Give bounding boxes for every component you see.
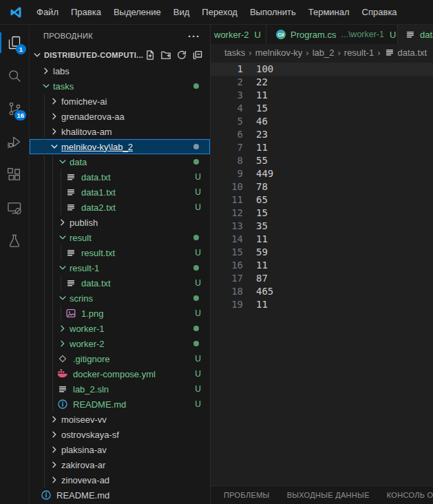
tree-item-readme.md[interactable]: README.md	[30, 487, 210, 503]
tree-item-label: publish	[70, 218, 98, 228]
git-modified-dot	[193, 144, 199, 149]
line-content: 23	[256, 128, 268, 141]
tree-item-data.txt[interactable]: data.txtU	[30, 169, 210, 185]
line-content: 59	[256, 246, 268, 259]
tree-item-worker-2[interactable]: worker-2	[30, 336, 210, 351]
breadcrumb-separator-icon: ›	[247, 48, 253, 58]
tree-item-tasks[interactable]: tasks	[30, 78, 210, 94]
code-line: 855	[211, 154, 433, 167]
menu-item[interactable]: Правка	[65, 1, 107, 24]
menu-item[interactable]: Переход	[196, 1, 244, 24]
code-line: 1911	[211, 298, 433, 311]
breadcrumb: tasks›melnikov-ky›lab_2›result-1›data.tx…	[211, 44, 433, 61]
tree-item-moiseev-vv[interactable]: moiseev-vv	[30, 412, 210, 427]
activity-item-run-and-debug[interactable]	[0, 125, 29, 158]
chevron-down-icon	[49, 141, 60, 152]
breadcrumb-item-result-1[interactable]: result-1	[342, 48, 376, 58]
tree-item-zakirova-ar[interactable]: zakirova-ar	[30, 457, 210, 472]
panel-tab-выходные-данные[interactable]: ВЫХОДНЫЕ ДАННЫЕ	[287, 491, 370, 499]
code-line: 1611	[211, 259, 433, 272]
code-line: 311	[211, 89, 433, 102]
tree-item-grenaderova-aa[interactable]: grenaderova-aa	[30, 109, 210, 124]
code-line: 623	[211, 128, 433, 141]
tree-item-scrins[interactable]: scrins	[30, 291, 210, 306]
breadcrumb-item-melnikov-ky[interactable]: melnikov-ky	[253, 48, 305, 58]
git-untracked-badge: U	[195, 172, 201, 182]
activity-item-testing[interactable]	[0, 224, 29, 258]
code-line: 711	[211, 141, 433, 154]
line-number: 18	[211, 285, 243, 298]
tree-item-result-1[interactable]: result-1	[30, 260, 210, 275]
tree-item-.gitignore[interactable]: .gitignoreU	[30, 351, 210, 366]
panel-tab-проблемы[interactable]: ПРОБЛЕМЫ	[224, 491, 270, 499]
chevron-right-icon	[57, 338, 68, 349]
line-content: 46	[256, 115, 268, 128]
tree-item-labs[interactable]: labs	[30, 63, 210, 78]
tree-item-docker-compose.yml[interactable]: docker-compose.ymlU	[30, 366, 210, 381]
editor-tab-data.txt[interactable]: data.txt	[398, 25, 433, 44]
menu-item[interactable]: Терминал	[302, 1, 356, 24]
docker-icon	[57, 368, 68, 379]
tree-item-readme.md[interactable]: README.mdU	[30, 397, 210, 412]
explorer-section-header[interactable]: DISTRIBUTED-COMPUTI...	[30, 47, 210, 63]
editor-tab-program.cs[interactable]: C#Program.cs...\worker-1U	[266, 25, 398, 44]
tree-item-data1.txt[interactable]: data1.txtU	[30, 185, 210, 200]
tree-item-result.txt[interactable]: result.txtU	[30, 245, 210, 260]
line-content: 11	[256, 141, 268, 154]
chevron-right-icon	[57, 217, 68, 228]
chevron-right-icon	[49, 474, 60, 485]
tree-item-label: moiseev-vv	[61, 414, 107, 425]
chevron-right-icon	[49, 414, 60, 425]
chevron-right-icon	[49, 96, 60, 107]
tree-item-melnikov-ky-lab-2[interactable]: melnikov-ky\lab_2	[30, 139, 210, 154]
tree-item-data.txt[interactable]: data.txtU	[30, 275, 210, 291]
menu-item[interactable]: Выполнить	[244, 1, 302, 24]
tree-item-label: zakirova-ar	[61, 460, 105, 470]
git-icon	[57, 353, 68, 364]
line-content: 11	[256, 233, 268, 246]
tree-item-ostrovskaya-sf[interactable]: ostrovskaya-sf	[30, 427, 210, 442]
editor-tab-worker-2[interactable]: worker-2U	[211, 25, 266, 44]
tree-item-label: grenaderova-aa	[61, 112, 125, 122]
panel-tab-консоль-отладки[interactable]: КОНСОЛЬ ОТЛАДКИ	[387, 491, 433, 499]
menu-items: ФайлПравкаВыделениеВидПереходВыполнитьТе…	[30, 1, 403, 24]
tree-item-zinoveva-ad[interactable]: zinoveva-ad	[30, 472, 210, 487]
menu-item[interactable]: Справка	[356, 1, 403, 24]
breadcrumb-label: result-1	[344, 48, 374, 58]
tree-item-data[interactable]: data	[30, 154, 210, 169]
git-untracked-badge: U	[195, 308, 201, 318]
menu-bar: ФайлПравкаВыделениеВидПереходВыполнитьТе…	[0, 0, 433, 25]
breadcrumb-item-data.txt[interactable]: data.txt	[382, 47, 430, 58]
tab-label: worker-2	[214, 30, 249, 40]
tree-item-lab-2.sln[interactable]: lab_2.slnU	[30, 381, 210, 397]
tree-item-1.png[interactable]: 1.pngU	[30, 306, 210, 321]
git-untracked-badge: U	[195, 278, 201, 288]
breadcrumb-item-lab-2[interactable]: lab_2	[310, 48, 337, 58]
collapse-all-icon[interactable]	[191, 50, 203, 61]
new-folder-icon[interactable]	[160, 50, 171, 61]
tree-item-label: result	[70, 233, 92, 243]
chevron-down-icon	[57, 232, 68, 243]
activity-item-search[interactable]	[0, 59, 29, 92]
tree-item-khalitova-am[interactable]: khalitova-am	[30, 124, 210, 139]
tree-item-worker-1[interactable]: worker-1	[30, 321, 210, 336]
menu-item[interactable]: Вид	[167, 1, 196, 24]
tree-item-data2.txt[interactable]: data2.txtU	[30, 200, 210, 215]
text-file-icon	[57, 384, 68, 395]
code-editor[interactable]: 1100222311415546623711855944910781165121…	[211, 61, 433, 485]
activity-item-explorer[interactable]: 1	[0, 26, 29, 59]
more-actions-icon[interactable]: ···	[182, 30, 206, 42]
tree-item-plaksina-av[interactable]: plaksina-av	[30, 442, 210, 457]
tree-item-label: khalitova-am	[61, 127, 112, 137]
menu-item[interactable]: Файл	[30, 1, 65, 24]
menu-item[interactable]: Выделение	[107, 1, 167, 24]
new-file-icon[interactable]	[144, 50, 156, 61]
refresh-icon[interactable]	[176, 50, 187, 61]
activity-item-remote-explorer[interactable]	[0, 191, 29, 224]
activity-item-source-control[interactable]: 16	[0, 92, 29, 125]
tree-item-result[interactable]: result	[30, 230, 210, 245]
breadcrumb-item-tasks[interactable]: tasks	[222, 48, 247, 58]
tree-item-publish[interactable]: publish	[30, 215, 210, 230]
activity-item-extensions[interactable]	[0, 158, 29, 191]
tree-item-fomichev-ai[interactable]: fomichev-ai	[30, 94, 210, 109]
